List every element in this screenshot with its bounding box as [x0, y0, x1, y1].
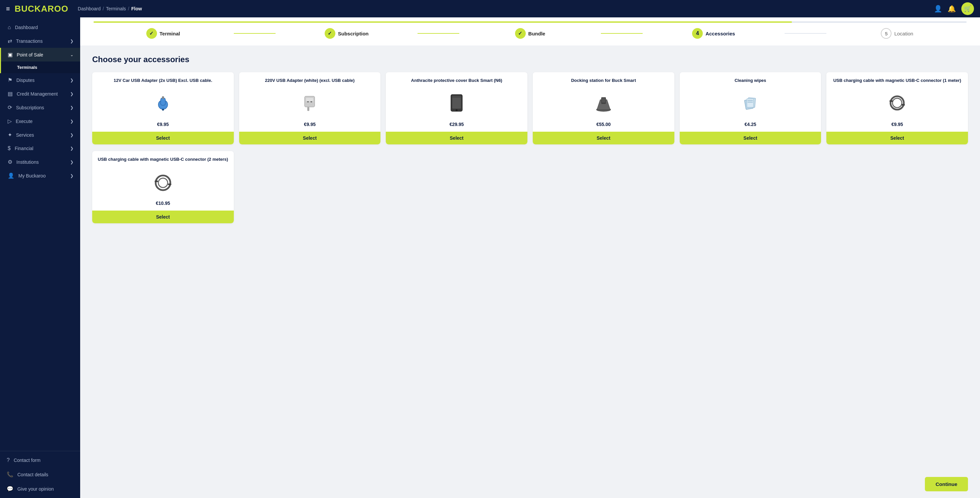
main-layout: ⌂ Dashboard ⇄ Transactions ❯ ▣ Point of … — [0, 18, 980, 498]
step-location: 5 Location — [828, 28, 967, 39]
logo: BUCKAROO — [15, 4, 68, 14]
services-chevron: ❯ — [70, 133, 73, 137]
menu-icon[interactable]: ≡ — [6, 5, 10, 13]
sidebar-sub-menu: Terminals — [0, 62, 80, 73]
subscriptions-icon: ⟳ — [8, 104, 12, 111]
financial-chevron: ❯ — [70, 146, 73, 151]
sidebar-label-subscriptions: Subscriptions — [16, 105, 44, 110]
cart-button[interactable]: 🛒 — [961, 2, 974, 15]
sidebar-item-disputes[interactable]: ⚑ Disputes ❯ — [0, 73, 80, 87]
progress-bar-wrapper — [80, 18, 980, 23]
accessory-image-dock — [590, 89, 617, 116]
point-of-sale-chevron: ⌄ — [70, 53, 73, 57]
svg-rect-24 — [889, 100, 893, 102]
sidebar-item-execute[interactable]: ▷ Execute ❯ — [0, 114, 80, 128]
accessory-price-cover: €29.95 — [450, 122, 464, 127]
sidebar-item-services[interactable]: ✦ Services ❯ — [0, 128, 80, 142]
breadcrumb-flow: Flow — [131, 6, 142, 11]
disputes-icon: ⚑ — [8, 77, 12, 83]
svg-rect-5 — [307, 107, 309, 111]
continue-row: Continue — [80, 474, 980, 498]
sidebar-nav: ⌂ Dashboard ⇄ Transactions ❯ ▣ Point of … — [0, 18, 80, 451]
sidebar-item-give-opinion[interactable]: 💬 Give your opinion — [0, 482, 80, 496]
select-button-cable-2m[interactable]: Select — [92, 211, 234, 223]
execute-chevron: ❯ — [70, 119, 73, 124]
accessory-image-cable-1m — [884, 89, 910, 116]
sidebar-item-terminals[interactable]: Terminals — [0, 62, 80, 73]
svg-rect-15 — [602, 98, 605, 103]
sidebar-item-dashboard[interactable]: ⌂ Dashboard — [0, 21, 80, 34]
accessory-price-cable-1m: €9.95 — [891, 122, 903, 127]
sidebar-item-my-buckaroo[interactable]: 👤 My Buckaroo ❯ — [0, 169, 80, 182]
accessory-card-12v-car-usb: 12V Car USB Adapter (2x USB) Excl. USB c… — [92, 72, 234, 144]
accessory-name-dock: Docking station for Buck Smart — [571, 78, 636, 83]
sidebar-label-financial: Financial — [15, 146, 33, 151]
svg-point-11 — [456, 109, 458, 111]
select-button-dock[interactable]: Select — [533, 132, 675, 144]
progress-line — [94, 21, 967, 23]
sidebar: ⌂ Dashboard ⇄ Transactions ❯ ▣ Point of … — [0, 18, 80, 498]
accessory-name-220v: 220V USB Adapter (white) (excl. USB cabl… — [265, 78, 355, 83]
step-connector-3 — [601, 33, 643, 34]
sidebar-item-subscriptions[interactable]: ⟳ Subscriptions ❯ — [0, 101, 80, 114]
continue-button[interactable]: Continue — [925, 477, 968, 491]
sidebar-label-institutions: Institutions — [16, 160, 39, 165]
sidebar-bottom: ? Contact form 📞 Contact details 💬 Give … — [0, 451, 80, 498]
disputes-chevron: ❯ — [70, 78, 73, 83]
notifications-icon[interactable]: 🔔 — [948, 5, 956, 13]
step-bundle-circle: ✓ — [515, 28, 526, 39]
sidebar-item-credit-management[interactable]: ▤ Credit Management ❯ — [0, 87, 80, 101]
accessory-card-body-wipes: Cleaning wipes €4.25 — [680, 72, 821, 132]
step-connector-4 — [784, 33, 826, 34]
accessory-price-dock: €55.00 — [596, 122, 611, 127]
accessory-price-12v: €9.95 — [157, 122, 169, 127]
sidebar-item-institutions[interactable]: ⚙ Institutions ❯ — [0, 155, 80, 169]
step-accessories-label: Accessories — [705, 31, 735, 37]
transactions-chevron: ❯ — [70, 39, 73, 43]
accessory-card-wipes: Cleaning wipes €4.25 Selec — [680, 72, 821, 144]
svg-rect-12 — [452, 96, 461, 98]
accessories-grid-row2: USB charging cable with magnetic USB-C c… — [92, 151, 968, 223]
sidebar-item-contact-form[interactable]: ? Contact form — [0, 453, 80, 467]
services-icon: ✦ — [8, 132, 12, 138]
svg-point-26 — [158, 178, 168, 187]
user-settings-icon[interactable]: 👤 — [934, 5, 942, 13]
step-location-circle: 5 — [881, 28, 891, 39]
breadcrumb-sep-1: / — [103, 6, 104, 11]
accessory-price-cable-2m: €10.95 — [156, 201, 170, 206]
select-button-cable-1m[interactable]: Select — [826, 132, 968, 144]
select-button-220v-usb[interactable]: Select — [239, 132, 381, 144]
point-of-sale-icon: ▣ — [8, 51, 13, 58]
step-terminal: ✓ Terminal — [94, 28, 232, 39]
accessory-card-body-cable-2m: USB charging cable with magnetic USB-C c… — [92, 151, 234, 211]
my-buckaroo-chevron: ❯ — [70, 174, 73, 178]
svg-rect-1 — [161, 98, 165, 105]
institutions-icon: ⚙ — [8, 159, 12, 165]
accessory-name-cover: Anthracite protective cover Buck Smart (… — [411, 78, 502, 83]
sidebar-label-credit-management: Credit Management — [17, 91, 58, 97]
breadcrumb-dashboard[interactable]: Dashboard — [78, 6, 101, 11]
select-button-cover[interactable]: Select — [386, 132, 527, 144]
accessory-card-220v-usb: 220V USB Adapter (white) (excl. USB cabl… — [239, 72, 381, 144]
my-buckaroo-icon: 👤 — [8, 172, 14, 179]
sidebar-label-dashboard: Dashboard — [15, 25, 38, 30]
select-button-wipes[interactable]: Select — [680, 132, 821, 144]
contact-details-icon: 📞 — [7, 471, 13, 477]
breadcrumb-terminals[interactable]: Terminals — [106, 6, 126, 11]
institutions-chevron: ❯ — [70, 160, 73, 164]
accessory-card-body-220v: 220V USB Adapter (white) (excl. USB cabl… — [239, 72, 381, 132]
sidebar-label-point-of-sale: Point of Sale — [17, 52, 43, 57]
accessory-image-220v — [296, 89, 323, 116]
sidebar-label-disputes: Disputes — [16, 78, 34, 83]
accessory-image-cable-2m — [150, 168, 177, 195]
sidebar-item-financial[interactable]: $ Financial ❯ — [0, 142, 80, 155]
page-title: Choose your accessories — [92, 55, 968, 64]
step-subscription-circle: ✓ — [325, 28, 335, 39]
accessory-card-body-cable-1m: USB charging cable with magnetic USB-C c… — [826, 72, 968, 132]
step-terminal-circle: ✓ — [146, 28, 157, 39]
svg-rect-20 — [748, 102, 753, 103]
select-button-12v-car-usb[interactable]: Select — [92, 132, 234, 144]
sidebar-item-transactions[interactable]: ⇄ Transactions ❯ — [0, 34, 80, 48]
sidebar-item-contact-details[interactable]: 📞 Contact details — [0, 467, 80, 482]
sidebar-item-point-of-sale[interactable]: ▣ Point of Sale ⌄ — [0, 48, 80, 62]
